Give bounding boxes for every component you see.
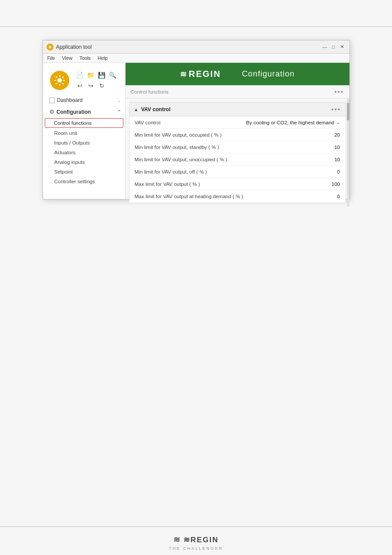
title-bar: Application tool — □ ✕ bbox=[43, 40, 349, 54]
vav-row-3-label: Min limit for VAV output, unoccupied ( %… bbox=[135, 157, 261, 162]
actuators-label: Actuators bbox=[54, 150, 76, 155]
dashboard-label: Dashboard bbox=[57, 97, 83, 103]
app-icon bbox=[47, 44, 54, 51]
vav-row-5: Max limit for VAV output ( % ) 100 bbox=[129, 178, 345, 190]
new-file-icon[interactable]: 📄 bbox=[76, 71, 84, 80]
vav-control-box: ▲ VAV control ••• VAV control By cooling… bbox=[129, 102, 346, 203]
app-content: 📄 📁 💾 🔍 ↩ ↪ ↻ bbox=[43, 63, 349, 199]
sidebar-sub-item-room-unit[interactable]: Room unit bbox=[43, 128, 125, 138]
vav-header-left: ▲ VAV control bbox=[134, 106, 171, 112]
title-bar-title: Application tool bbox=[56, 44, 92, 50]
sidebar-sub-item-setpoint[interactable]: Setpoint bbox=[43, 167, 125, 177]
vav-row-0-label: VAV control bbox=[135, 120, 246, 125]
dashboard-checkbox[interactable] bbox=[49, 98, 55, 103]
vav-rows: VAV control By cooling or CO2, the highe… bbox=[129, 116, 345, 203]
scrollbar[interactable] bbox=[347, 98, 349, 207]
menu-bar: File View Tools Help bbox=[43, 54, 349, 63]
inputs-outputs-label: Inputs / Outputs bbox=[54, 140, 90, 145]
vav-collapse-icon[interactable]: ▲ bbox=[134, 107, 139, 112]
close-button[interactable]: ✕ bbox=[339, 44, 346, 51]
vav-row-4-value: 0 bbox=[261, 169, 340, 174]
sidebar-logo bbox=[50, 71, 69, 90]
vav-row-4-label: Min limit for VAV output, off ( % ) bbox=[135, 169, 261, 174]
control-functions-label: Control functions bbox=[54, 120, 92, 126]
title-bar-controls: — □ ✕ bbox=[321, 44, 346, 51]
controller-settings-label: Controller settings bbox=[54, 179, 95, 184]
vav-row-3-value: 10 bbox=[261, 157, 340, 162]
menu-view[interactable]: View bbox=[61, 54, 73, 62]
sidebar: 📄 📁 💾 🔍 ↩ ↪ ↻ bbox=[43, 63, 126, 199]
green-header: ≋ REGIN Configuration bbox=[126, 63, 349, 85]
vav-row-6-value: 0 bbox=[261, 194, 340, 199]
section-header-row: Control functions ••• bbox=[126, 85, 349, 98]
menu-help[interactable]: Help bbox=[97, 54, 109, 62]
room-unit-label: Room unit bbox=[54, 131, 77, 136]
vav-control-dropdown-arrow[interactable]: ⌄ bbox=[336, 120, 340, 125]
title-bar-left: Application tool bbox=[47, 44, 92, 51]
maximize-button[interactable]: □ bbox=[330, 44, 337, 51]
vav-box-wrapper: ▲ VAV control ••• VAV control By cooling… bbox=[126, 98, 349, 207]
scroll-thumb[interactable] bbox=[347, 103, 349, 120]
app-window: Application tool — □ ✕ File View Tools H… bbox=[43, 40, 350, 200]
section-header-text: Control functions bbox=[131, 89, 169, 94]
footer-wave-icon: ≋ bbox=[173, 535, 180, 544]
header-title: Configuration bbox=[242, 69, 295, 79]
vav-row-1-label: Min limit for VAV output, occupied ( % ) bbox=[135, 132, 261, 138]
footer-regin-text: ≋REGIN bbox=[183, 535, 219, 544]
sidebar-item-dashboard[interactable]: Dashboard ⌄ bbox=[43, 94, 125, 106]
vav-header: ▲ VAV control ••• bbox=[129, 102, 345, 116]
vav-row-1-value: 20 bbox=[261, 132, 340, 138]
section-header-dots-menu[interactable]: ••• bbox=[334, 88, 344, 95]
vav-row-2-label: Min limit for VAV output, standby ( % ) bbox=[135, 145, 261, 150]
sidebar-item-configuration[interactable]: ⚙ Configuration ⌃ bbox=[43, 106, 125, 118]
search-icon[interactable]: 🔍 bbox=[108, 71, 117, 80]
vav-row-4: Min limit for VAV output, off ( % ) 0 bbox=[129, 166, 345, 178]
vav-row-3: Min limit for VAV output, unoccupied ( %… bbox=[129, 153, 345, 166]
undo-icon[interactable]: ↩ bbox=[76, 81, 84, 90]
sidebar-sub-item-actuators[interactable]: Actuators bbox=[43, 148, 125, 157]
regin-wave-icon: ≋ bbox=[180, 69, 187, 79]
configuration-label: Configuration bbox=[57, 109, 91, 115]
minimize-button[interactable]: — bbox=[321, 44, 328, 51]
redo-icon[interactable]: ↪ bbox=[86, 81, 95, 90]
save-icon[interactable]: 💾 bbox=[97, 71, 106, 80]
sidebar-sub-item-analog-inputs[interactable]: Analog inputs bbox=[43, 157, 125, 167]
gear-icon: ⚙ bbox=[49, 109, 54, 115]
vav-row-6-label: Max limit for VAV output at heating dema… bbox=[135, 194, 261, 199]
regin-logo-header: ≋ REGIN Configuration bbox=[126, 69, 349, 79]
dashboard-chevron-icon: ⌄ bbox=[117, 98, 121, 103]
vav-row-2-value: 10 bbox=[261, 145, 340, 150]
vav-title: VAV control bbox=[141, 106, 170, 112]
regin-logo-text: REGIN bbox=[189, 69, 221, 79]
sidebar-sub-item-inputs-outputs[interactable]: Inputs / Outputs bbox=[43, 138, 125, 148]
page-wrapper: manualslib .com Application tool — □ ✕ bbox=[0, 0, 392, 555]
svg-point-1 bbox=[58, 78, 62, 83]
menu-tools[interactable]: Tools bbox=[79, 54, 92, 62]
vav-row-2: Min limit for VAV output, standby ( % ) … bbox=[129, 141, 345, 153]
vav-row-5-value: 100 bbox=[261, 181, 340, 187]
open-folder-icon[interactable]: 📁 bbox=[86, 71, 95, 80]
vav-row-1: Min limit for VAV output, occupied ( % )… bbox=[129, 129, 345, 141]
footer: ≋ ≋REGIN THE CHALLENGER bbox=[169, 527, 223, 555]
vav-row-5-label: Max limit for VAV output ( % ) bbox=[135, 181, 261, 187]
svg-point-0 bbox=[49, 46, 51, 48]
sidebar-sub-item-control-functions[interactable]: Control functions bbox=[45, 118, 123, 128]
vav-control-dropdown-value: By cooling or CO2, the highest demand bbox=[246, 120, 334, 125]
vav-row-6: Max limit for VAV output at heating dema… bbox=[129, 190, 345, 203]
configuration-chevron-icon: ⌃ bbox=[117, 109, 121, 114]
sidebar-sub-item-controller-settings[interactable]: Controller settings bbox=[43, 177, 125, 186]
vav-row-0-value[interactable]: By cooling or CO2, the highest demand ⌄ bbox=[246, 120, 340, 125]
regin-logo-icon: ≋ REGIN bbox=[180, 69, 221, 79]
analog-inputs-label: Analog inputs bbox=[54, 160, 85, 165]
refresh-icon[interactable]: ↻ bbox=[97, 81, 106, 90]
vav-dots-menu[interactable]: ••• bbox=[331, 105, 341, 113]
setpoint-label: Setpoint bbox=[54, 169, 73, 174]
vav-row-0: VAV control By cooling or CO2, the highe… bbox=[129, 116, 345, 129]
top-rule bbox=[0, 26, 392, 27]
footer-regin: ≋ ≋REGIN bbox=[173, 535, 219, 544]
main-content: ≋ REGIN Configuration Control functions … bbox=[126, 63, 349, 199]
footer-tagline: THE CHALLENGER bbox=[169, 546, 223, 551]
menu-file[interactable]: File bbox=[47, 54, 56, 62]
